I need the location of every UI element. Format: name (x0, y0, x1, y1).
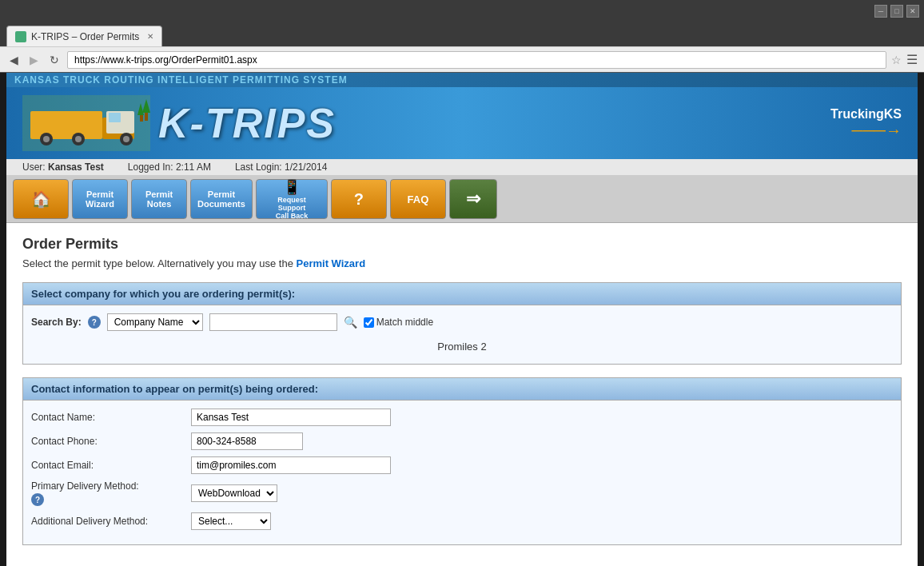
tab-favicon (15, 31, 26, 42)
contact-name-label: Contact Name: (31, 412, 191, 423)
page-wrapper: Kansas Truck Routing Intelligent Permitt… (6, 73, 918, 566)
logged-in-time: 2:11 AM (176, 161, 211, 173)
svg-point-10 (123, 136, 129, 142)
nav-faq-button[interactable]: FAQ (390, 179, 446, 219)
last-login-label: Last Login: 1/21/2014 (235, 161, 327, 173)
contact-info-header: Contact information to appear on permit(… (23, 378, 901, 401)
search-text-input[interactable] (209, 313, 337, 331)
user-label: User: Kansas Test (22, 161, 104, 173)
additional-delivery-label: Additional Delivery Method: (31, 516, 191, 527)
contact-email-label: Contact Email: (31, 460, 191, 471)
maximize-button[interactable]: □ (890, 5, 903, 18)
contact-email-input[interactable] (191, 456, 391, 474)
contact-email-row: Contact Email: (31, 456, 893, 474)
permit-documents-label: PermitDocuments (197, 189, 245, 209)
primary-delivery-help-icon[interactable]: ? (31, 493, 44, 506)
select-company-body: Search By: ? Company Name DOT Number Acc… (23, 305, 901, 364)
forward-button[interactable]: ▶ (26, 52, 42, 68)
contact-info-body: Contact Name: Contact Phone: Contact Ema… (23, 401, 901, 544)
faq-label: FAQ (408, 193, 429, 205)
nav-permit-wizard-button[interactable]: PermitWizard (72, 179, 128, 219)
svg-rect-1 (30, 111, 102, 139)
contact-phone-row: Contact Phone: (31, 432, 893, 450)
page-title: Order Permits (22, 236, 902, 253)
content-area: Order Permits Select the permit type bel… (6, 223, 918, 566)
svg-point-6 (43, 136, 50, 142)
truck-image (22, 95, 150, 151)
request-support-label: RequestSupportCall Back (276, 196, 309, 220)
minimize-button[interactable]: ─ (874, 5, 887, 18)
last-login-date: 1/21/2014 (285, 161, 327, 173)
search-by-select[interactable]: Company Name DOT Number Account Number (107, 313, 203, 331)
help-icon: ? (354, 190, 364, 209)
header-left: K-TRIPS (22, 95, 336, 151)
select-company-section: Select company for which you are orderin… (22, 282, 902, 365)
trucking-ks-text: TruckingKS (830, 107, 902, 122)
site-header: K-TRIPS TruckingKS ───→ (6, 87, 918, 159)
select-company-header: Select company for which you are orderin… (23, 283, 901, 305)
svg-rect-14 (145, 113, 148, 121)
svg-rect-13 (140, 115, 143, 122)
banner-text: Kansas Truck Routing Intelligent Permitt… (14, 74, 348, 86)
back-button[interactable]: ◀ (6, 52, 22, 68)
top-banner: Kansas Truck Routing Intelligent Permitt… (6, 73, 918, 87)
contact-name-input[interactable] (191, 409, 391, 426)
match-middle-label: Match middle (364, 317, 433, 328)
search-row: Search By: ? Company Name DOT Number Acc… (31, 313, 893, 331)
primary-delivery-label: Primary Delivery Method: ? (31, 480, 191, 506)
nav-help-button[interactable]: ? (331, 179, 387, 219)
permit-wizard-label: PermitWizard (86, 189, 114, 209)
nav-permit-documents-button[interactable]: PermitDocuments (190, 179, 253, 219)
search-by-label: Search By: (31, 317, 82, 328)
address-input[interactable] (67, 51, 886, 69)
address-bar: ◀ ▶ ↻ ☆ ☰ (0, 46, 924, 72)
reload-button[interactable]: ↻ (46, 52, 62, 68)
contact-phone-label: Contact Phone: (31, 436, 191, 447)
additional-delivery-row: Additional Delivery Method: Select... Em… (31, 512, 893, 530)
nav-exit-button[interactable]: ⇒ (449, 179, 497, 219)
nav-home-button[interactable]: 🏠 (13, 179, 69, 219)
primary-delivery-select[interactable]: WebDownload Email Fax Mail (191, 484, 277, 502)
logged-in-label: Logged In: 2:11 AM (128, 161, 211, 173)
window-controls[interactable]: ─ □ ✕ (874, 5, 919, 18)
user-name: Kansas Test (48, 161, 104, 173)
active-tab[interactable]: K-TRIPS – Order Permits ✕ (6, 26, 162, 46)
navigation-bar: 🏠 PermitWizard PermitNotes PermitDocumen… (6, 176, 918, 223)
permit-notes-label: PermitNotes (145, 189, 173, 209)
permit-wizard-link[interactable]: Permit Wizard (297, 257, 366, 269)
contact-info-section: Contact information to appear on permit(… (22, 377, 902, 545)
tab-close-button[interactable]: ✕ (147, 32, 153, 41)
logo-text: K-TRIPS (158, 100, 336, 146)
menu-button[interactable]: ☰ (906, 52, 918, 67)
site-logo: K-TRIPS (158, 99, 336, 147)
nav-request-support-button[interactable]: 📱 RequestSupportCall Back (256, 179, 328, 219)
contact-phone-input[interactable] (191, 432, 303, 450)
page-subtitle: Select the permit type below. Alternativ… (22, 257, 902, 269)
title-bar: ─ □ ✕ (0, 0, 924, 22)
contact-name-row: Contact Name: (31, 409, 893, 426)
svg-point-8 (75, 136, 82, 142)
exit-icon: ⇒ (466, 189, 480, 209)
ks-arrow-icon: ───→ (830, 122, 902, 140)
nav-permit-notes-button[interactable]: PermitNotes (131, 179, 187, 219)
match-middle-checkbox[interactable] (364, 317, 374, 328)
bookmark-button[interactable]: ☆ (891, 54, 902, 66)
tab-title: K-TRIPS – Order Permits (31, 31, 139, 42)
trucking-ks-logo: TruckingKS ───→ (830, 107, 902, 140)
search-submit-button[interactable]: 🔍 (344, 316, 357, 329)
company-result-text: Promiles 2 (31, 337, 893, 356)
additional-delivery-select[interactable]: Select... Email Fax Mail (191, 512, 271, 530)
close-button[interactable]: ✕ (906, 5, 919, 18)
svg-rect-4 (109, 113, 121, 122)
primary-delivery-row: Primary Delivery Method: ? WebDownload E… (31, 480, 893, 506)
tab-bar: K-TRIPS – Order Permits ✕ (0, 22, 924, 46)
search-help-icon[interactable]: ? (88, 316, 101, 329)
user-info-bar: User: Kansas Test Logged In: 2:11 AM Las… (6, 159, 918, 176)
